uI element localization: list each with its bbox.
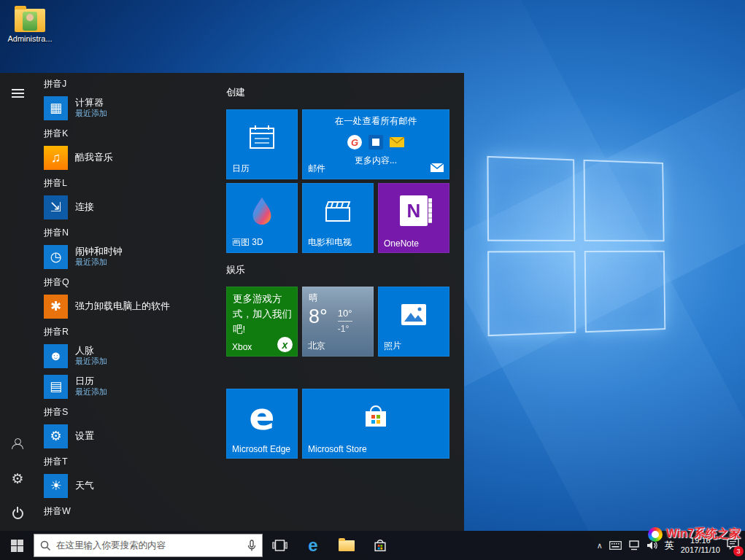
watermark: Win7系统之家	[648, 526, 741, 542]
app-group-header-r[interactable]: 拼音R	[44, 324, 219, 340]
app-group-header-q[interactable]: 拼音Q	[44, 274, 219, 290]
app-name: 酷我音乐	[75, 152, 113, 163]
paint3d-brush-icon	[247, 195, 277, 226]
file-explorer-button[interactable]	[330, 531, 363, 560]
app-group: 拼音S ⚙ 设置	[44, 404, 219, 451]
task-view-button[interactable]	[263, 531, 296, 560]
store-bag-icon	[360, 400, 392, 432]
weather-temp: 8°	[309, 306, 328, 328]
photos-icon	[398, 299, 429, 330]
clapperboard-icon	[323, 195, 353, 226]
app-name: 人脉	[75, 345, 107, 357]
app-name: 天气	[75, 480, 94, 491]
taskbar-search[interactable]	[34, 534, 263, 557]
settings-button[interactable]: ⚙	[0, 461, 35, 496]
tray-overflow-chevron-icon[interactable]: ∧	[597, 541, 603, 551]
app-name: 闹钟和时钟	[75, 246, 123, 257]
mail-envelope-badge-icon	[431, 162, 444, 175]
microphone-icon[interactable]	[247, 540, 256, 552]
store-icon	[372, 537, 388, 553]
tile-movies-tv[interactable]: 电影和电视	[302, 183, 374, 253]
start-menu: ⚙ 拼音J ▦ 计算器 最近添加 拼音K ♫ 酷我音乐	[0, 73, 464, 531]
app-item-people[interactable]: ☻ 人脉 最近添加	[44, 341, 219, 370]
window-pane	[487, 156, 574, 241]
tile-group-header-entertainment[interactable]: 娱乐	[226, 263, 460, 278]
start-tiles: 创建 日历 在一处查看所有邮件	[226, 86, 460, 462]
app-group: 拼音N ◷ 闹钟和时钟 最近添加	[44, 225, 219, 271]
taskbar-store-button[interactable]	[363, 531, 397, 560]
app-group-header-t[interactable]: 拼音T	[44, 454, 219, 470]
calendar-icon: ▤	[44, 375, 68, 399]
app-group-header-k[interactable]: 拼音K	[44, 125, 219, 141]
app-name: 强力卸载电脑上的软件	[75, 300, 170, 312]
tile-paint3d[interactable]: 画图 3D	[226, 183, 298, 253]
app-name: 设置	[75, 430, 94, 442]
tile-onenote[interactable]: N OneNote	[378, 183, 449, 253]
app-group-header-w[interactable]: 拼音W	[44, 503, 219, 519]
mail-more-text: 更多内容...	[355, 155, 397, 167]
windows-logo-wallpaper	[487, 156, 665, 336]
touch-keyboard-icon[interactable]	[609, 541, 622, 550]
toolbox-icon: ✱	[44, 295, 68, 319]
tile-weather[interactable]: 晴 8° 10° -1° 北京	[302, 287, 374, 357]
recently-added-label: 最近添加	[75, 387, 107, 397]
folder-icon	[339, 540, 355, 551]
tile-label: 电影和电视	[308, 236, 352, 249]
envelope-provider-icon	[390, 135, 404, 149]
taskbar-edge-button[interactable]: e	[296, 531, 330, 560]
app-item-calendar[interactable]: ▤ 日历 最近添加	[44, 372, 219, 401]
tile-xbox[interactable]: 更多游戏方式，加入我们吧! Xbox x	[226, 287, 298, 357]
tile-mail[interactable]: 在一处查看所有邮件 G 更多内容... 邮件	[302, 109, 449, 179]
tile-label: 日历	[232, 163, 250, 175]
weather-condition: 晴	[309, 292, 317, 304]
mail-live-headline: 在一处查看所有邮件	[335, 115, 417, 128]
app-group: 拼音K ♫ 酷我音乐	[44, 125, 219, 172]
app-item-kuwo-music[interactable]: ♫ 酷我音乐	[44, 143, 219, 172]
calendar-provider-icon	[368, 135, 383, 149]
tile-group-header-create[interactable]: 创建	[226, 86, 460, 101]
power-button[interactable]	[0, 496, 35, 531]
app-group-header-n[interactable]: 拼音N	[44, 225, 219, 241]
tile-microsoft-edge[interactable]: e Microsoft Edge	[226, 389, 298, 459]
tile-label: Microsoft Edge	[232, 444, 290, 454]
tile-photos[interactable]: 照片	[378, 287, 449, 357]
power-icon	[12, 508, 23, 519]
tile-label: 照片	[384, 340, 401, 352]
recently-added-label: 最近添加	[75, 257, 123, 268]
app-group: 拼音T ☀ 天气	[44, 454, 219, 500]
app-group-header-j[interactable]: 拼音J	[44, 76, 219, 92]
volume-icon[interactable]	[646, 540, 658, 551]
edge-logo-icon: e	[249, 397, 274, 435]
tile-microsoft-store[interactable]: Microsoft Store	[302, 389, 449, 459]
search-input[interactable]	[56, 540, 242, 551]
onenote-icon: N	[400, 195, 428, 226]
app-item-calculator[interactable]: ▦ 计算器 最近添加	[44, 93, 219, 122]
desktop-icon-administrator[interactable]: Administra...	[6, 9, 54, 43]
calendar-tile-icon	[247, 122, 277, 152]
expand-menu-button[interactable]	[0, 76, 35, 111]
app-item-alarms-clock[interactable]: ◷ 闹钟和时钟 最近添加	[44, 242, 219, 271]
windows-logo-icon	[11, 540, 23, 552]
start-button[interactable]	[0, 531, 34, 560]
user-avatar	[23, 12, 37, 31]
search-icon	[40, 540, 51, 551]
network-icon[interactable]	[628, 540, 640, 551]
notification-count-badge: 3	[733, 546, 744, 556]
app-item-uninstaller[interactable]: ✱ 强力卸载电脑上的软件	[44, 292, 219, 321]
app-group-header-l[interactable]: 拼音L	[44, 175, 219, 191]
settings-gear-icon: ⚙	[44, 424, 68, 448]
user-account-button[interactable]	[0, 426, 35, 461]
app-item-connect[interactable]: ⇲ 连接	[44, 192, 219, 222]
app-item-settings[interactable]: ⚙ 设置	[44, 421, 219, 451]
weather-divider	[338, 321, 352, 322]
app-group-header-s[interactable]: 拼音S	[44, 404, 219, 420]
window-pane	[584, 250, 665, 332]
app-group: 拼音Q ✱ 强力卸载电脑上的软件	[44, 274, 219, 321]
window-pane	[583, 160, 664, 241]
app-group: 拼音R ☻ 人脉 最近添加 ▤ 日历 最近添加	[44, 324, 219, 401]
tile-calendar[interactable]: 日历	[226, 109, 298, 179]
tile-label: 邮件	[308, 163, 325, 175]
tile-label: Microsoft Store	[308, 444, 367, 454]
app-item-weather[interactable]: ☀ 天气	[44, 471, 219, 500]
weather-low: -1°	[338, 324, 349, 334]
